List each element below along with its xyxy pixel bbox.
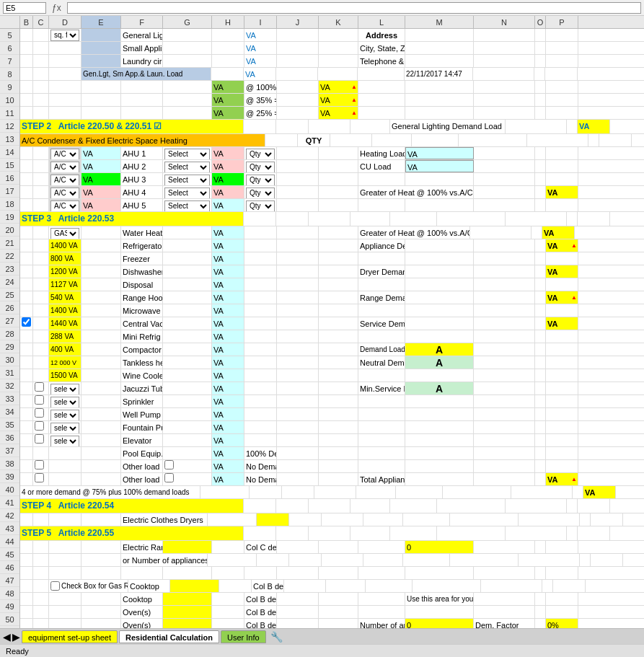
nav-right[interactable]: ▶ <box>12 631 20 643</box>
chk-c36[interactable] <box>35 434 44 444</box>
select-d34[interactable]: select <box>50 410 79 421</box>
cell-f6: Small Appliance <box>121 42 163 54</box>
cell-h39: VA <box>212 473 244 485</box>
qty3-select[interactable]: Qty <box>246 175 275 186</box>
col-d[interactable]: D <box>49 16 81 28</box>
tab-user-info[interactable]: User Info <box>221 630 266 643</box>
chk-c39[interactable] <box>35 473 44 482</box>
water-heater-label: Water Heater <box>121 226 163 239</box>
qty4-select[interactable]: Qty <box>246 188 275 199</box>
cell-m5 <box>405 29 474 41</box>
colb-demand1-label: Col B demand <box>252 580 284 592</box>
row-25: 540 VA Range Hood VA Range Demand Load V… <box>20 291 644 304</box>
col-e[interactable]: E <box>81 16 121 28</box>
row-38: Other load VA No Demand <box>20 460 644 473</box>
col-n[interactable]: N <box>474 16 535 28</box>
ac1-select-cell[interactable]: A/C #1 <box>49 147 81 159</box>
tab-equipment[interactable]: equipment set-up sheet <box>22 630 118 643</box>
select-d35[interactable]: select <box>50 423 79 434</box>
min-service-label: Min.Service Req. <box>358 382 405 394</box>
qty2-select[interactable]: Qty <box>246 162 275 173</box>
col-j[interactable]: J <box>277 16 319 28</box>
col-b[interactable]: B <box>20 16 33 28</box>
column-headers: B C D E F G H I J K L M N O P <box>0 16 644 29</box>
cooktop2-label: Cooktop <box>121 593 163 605</box>
chk-c33[interactable] <box>35 395 44 405</box>
cell-h30: VA <box>212 356 244 369</box>
demand-load-label: Demand Load <box>360 343 405 356</box>
gas-range-chk[interactable] <box>50 581 60 591</box>
select-d33[interactable]: select <box>50 397 79 408</box>
ac2-select[interactable]: A/C #2 <box>50 162 79 173</box>
row-14: A/C #1 VA AHU 1 Select VA Qty Heating Lo… <box>20 147 644 160</box>
col-h[interactable]: H <box>212 16 244 28</box>
ac5-select[interactable]: A/C #5 <box>50 200 79 212</box>
qty1-select[interactable]: Qty <box>246 149 275 160</box>
chk-g38[interactable] <box>164 460 174 469</box>
col-i[interactable]: I <box>244 16 277 28</box>
qty5-select[interactable]: Qty <box>246 200 275 212</box>
cell-e18: VA <box>81 199 121 211</box>
cell-h28: VA <box>212 330 244 343</box>
spreadsheet-grid: sq. ft General Lighting load VA Address <box>20 29 644 628</box>
cell-reference[interactable]: E5 <box>3 2 46 14</box>
heating-load-val: VA <box>405 147 474 159</box>
row-46 <box>20 567 644 580</box>
col-c[interactable]: C <box>33 16 49 28</box>
cell-h29: VA <box>212 343 244 356</box>
cell-o5 <box>535 29 546 41</box>
ahu3-select[interactable]: Select <box>164 175 210 186</box>
microwave-label: Microwave <box>121 304 163 317</box>
formula-input[interactable] <box>67 2 641 14</box>
cell-h20: VA <box>212 226 244 239</box>
col-o[interactable]: O <box>535 16 546 28</box>
col-f[interactable]: F <box>121 16 163 28</box>
ac4-select[interactable]: A/C #4 <box>50 188 79 199</box>
chk-c32[interactable] <box>35 382 44 392</box>
col-m[interactable]: M <box>405 16 474 28</box>
cell-j5 <box>277 29 319 41</box>
ahu4-select[interactable]: Select <box>164 188 210 199</box>
chk-c38[interactable] <box>35 460 44 469</box>
tankless-label: Tankless heater <box>121 356 163 369</box>
ahu2-select[interactable]: Select <box>164 162 210 173</box>
select-d36[interactable]: select <box>50 436 79 447</box>
col-l[interactable]: L <box>358 16 405 28</box>
select-d32[interactable]: select <box>50 384 79 395</box>
nav-left[interactable]: ◀ <box>3 631 11 643</box>
cell-e5[interactable] <box>81 29 121 41</box>
ahu1-select[interactable]: Select <box>164 149 210 160</box>
dishwasher-label: Dishwasher <box>121 265 163 278</box>
dryer-demand-val: VA <box>546 265 578 278</box>
ac3-select[interactable]: A/C #3 <box>50 175 79 186</box>
row-43: STEP 5 Article 220.55 <box>20 526 644 541</box>
cell-e7[interactable] <box>81 55 121 67</box>
gas-range-checkbox-cell[interactable]: Check Box for Gas Range <box>49 580 128 592</box>
cell-i39: No Demand <box>244 473 277 485</box>
freezer-label: Freezer <box>121 252 163 265</box>
row-30: 12 000 V Tankless heater VA Neutral Dema… <box>20 356 644 369</box>
row-24: 1127 VA Disposal VA <box>20 278 644 291</box>
tab-residential[interactable]: Residential Calculation <box>119 630 219 643</box>
refrigerator-label: Refrigerator <box>121 239 163 252</box>
jacuzzi-label: Jacuzzi Tub <box>121 382 163 394</box>
chk-c34[interactable] <box>35 408 44 418</box>
ac1-select[interactable]: A/C #1 <box>50 149 79 160</box>
sheet-tabs: ◀ ▶ equipment set-up sheet Residential C… <box>0 628 644 644</box>
cell-f14: AHU 1 <box>121 147 163 159</box>
chk-b27[interactable] <box>22 317 31 327</box>
col-k[interactable]: K <box>319 16 358 28</box>
num-appliances-label: Number of appliances <box>358 619 405 628</box>
cell-e6[interactable] <box>81 42 121 54</box>
ahu5-select[interactable]: Select <box>164 200 210 212</box>
sqft-select[interactable]: sq. ft <box>50 30 79 41</box>
col-g[interactable]: G <box>163 16 212 28</box>
cell-b27[interactable] <box>20 317 33 330</box>
cooktop1-label: Cooktop <box>128 580 170 592</box>
row-16: A/C #3 VA AHU 3 Select VA Qty <box>20 173 644 186</box>
chk-c35[interactable] <box>35 421 44 431</box>
col-p[interactable]: P <box>546 16 578 28</box>
gas-select[interactable]: GAS <box>50 228 79 239</box>
num-appliances-val: 0 <box>405 619 474 628</box>
chk-g39[interactable] <box>164 473 174 482</box>
